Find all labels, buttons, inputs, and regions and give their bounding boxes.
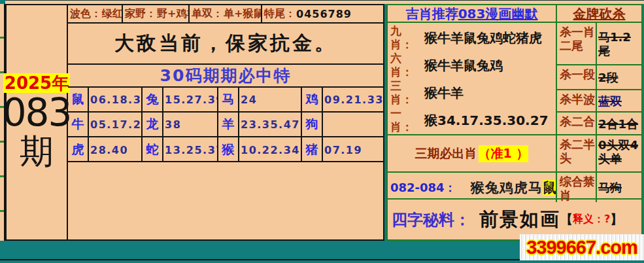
stat-value: 单+猴鼠 bbox=[224, 7, 262, 21]
kill-two-half-head-row: 杀二半头 0头双4头单 bbox=[557, 135, 641, 171]
bracket-close: 】 bbox=[610, 211, 622, 228]
stat-label: 单双： bbox=[192, 7, 223, 21]
zodiac-name: 鸡 bbox=[302, 88, 323, 113]
site-watermark: 3399667.com bbox=[520, 234, 644, 260]
gold-kill-header-link[interactable]: 金牌砍杀 bbox=[557, 5, 641, 23]
zodiac-numbers bbox=[323, 113, 383, 137]
secret-label: 四字秘料： bbox=[392, 209, 470, 230]
prediction-table-body: 波色： 绿红 家野： 野+鸡羊 单双： 单+猴鼠 特尾： 0456789 大敌当… bbox=[68, 5, 383, 239]
zodiac-numbers: 28.40 bbox=[89, 137, 143, 162]
kill-row: 杀一肖二尾 马1.2尾 bbox=[557, 23, 641, 65]
label-line: 肖： bbox=[390, 93, 415, 107]
issue-number: 083 bbox=[3, 93, 71, 132]
three-period-text: 三期必出肖 bbox=[415, 145, 477, 162]
zodiac-numbers: 23.35.47 bbox=[239, 113, 302, 137]
zodiac-picks-section: 九 肖： 六 肖： 三 肖： 一 肖： 猴牛羊鼠兔鸡蛇猪虎 猴牛羊鼠兔鸡 猴牛羊… bbox=[388, 23, 641, 135]
zodiac-numbers: 06.18.30 bbox=[89, 88, 143, 113]
kill-row: 杀一段 2段 bbox=[557, 65, 641, 90]
zodiac-name: 猪 bbox=[302, 137, 323, 162]
stat-value: 0456789 bbox=[296, 8, 352, 20]
kill-value: 2合1合 bbox=[597, 113, 641, 135]
label-line: 肖： bbox=[390, 38, 415, 52]
site-url-text: 3399667.com bbox=[526, 237, 637, 258]
zodiac-name: 蛇 bbox=[143, 137, 163, 162]
accuracy-note: （准1 ） bbox=[479, 145, 529, 162]
zodiac-numbers: 05.17.29 bbox=[89, 113, 143, 137]
kill-row: 杀半波 蓝双 bbox=[557, 90, 641, 113]
kill-value: 0头双4头单 bbox=[597, 135, 641, 171]
period-range-value: 猴兔鸡虎马鼠 bbox=[471, 179, 557, 197]
slogan-text: 大敌当前，保家抗金。 bbox=[68, 24, 383, 65]
kill-row: 杀二合 2合1合 bbox=[557, 113, 641, 135]
zodiac-picks: 九 肖： 六 肖： 三 肖： 一 肖： 猴牛羊鼠兔鸡蛇猪虎 猴牛羊鼠兔鸡 猴牛羊… bbox=[388, 23, 557, 135]
kill-value: 马1.2尾 bbox=[597, 23, 641, 64]
stat-special-tail: 特尾： 0456789 bbox=[262, 5, 383, 22]
zodiac-name: 龙 bbox=[143, 113, 163, 137]
range-animals: 猴兔鸡虎马 bbox=[471, 180, 543, 196]
stat-label: 特尾： bbox=[264, 7, 296, 21]
zodiac-pick-values: 猴牛羊鼠兔鸡蛇猪虎 猴牛羊鼠兔鸡 猴牛羊 猴34.17.35.30.27 bbox=[415, 24, 556, 134]
prediction-table: 2025年 083 期 波色： 绿红 家野： 野+鸡羊 单双： 单+猴鼠 bbox=[5, 4, 384, 241]
zodiac-numbers: 07.19 bbox=[323, 137, 383, 162]
comic-humor-link[interactable]: 083漫画幽默 bbox=[458, 5, 538, 23]
lucky-zodiac-header: 吉肖推荐 083漫画幽默 bbox=[388, 5, 557, 23]
highlighted-animal: 鼠 bbox=[543, 180, 557, 196]
zodiac-name: 羊 bbox=[218, 113, 239, 137]
zodiac-numbers: 10.22.34.46 bbox=[239, 137, 302, 162]
kill-label: 杀一段 bbox=[557, 65, 597, 89]
zodiac-numbers: 09.21.33.45 bbox=[323, 88, 383, 113]
stat-value: 绿红 bbox=[102, 7, 123, 21]
kill-value: 蓝双 bbox=[597, 90, 641, 111]
kill-label: 杀二合 bbox=[557, 113, 597, 135]
period-range-label: 082-084： bbox=[390, 180, 456, 196]
three-zodiac-value: 猴牛羊 bbox=[424, 84, 556, 102]
label-line: 一 bbox=[390, 107, 415, 120]
label-line: 三 bbox=[390, 79, 415, 93]
label-line: 肖： bbox=[390, 65, 415, 79]
zodiac-pick-labels: 九 肖： 六 肖： 三 肖： 一 肖： bbox=[390, 24, 415, 134]
recommendation-panel: 吉肖推荐 083漫画幽默 金牌砍杀 九 肖： 六 肖： 三 肖： 一 肖： 猴牛… bbox=[386, 4, 643, 241]
zodiac-name: 兔 bbox=[143, 88, 163, 113]
issue-word: 期 bbox=[20, 132, 54, 170]
zodiac-name: 虎 bbox=[68, 137, 89, 162]
issue-column: 2025年 083 期 bbox=[7, 5, 68, 239]
zodiac-name: 牛 bbox=[68, 113, 89, 137]
kill-label: 杀一肖二尾 bbox=[557, 23, 597, 64]
stat-wave-color: 波色： 绿红 bbox=[68, 5, 123, 22]
label-line: 肖： bbox=[390, 120, 415, 134]
kill-value: 2段 bbox=[597, 65, 641, 89]
six-zodiac-value: 猴牛羊鼠兔鸡 bbox=[424, 57, 556, 75]
zodiac-numbers: 13.25.37.49 bbox=[163, 137, 218, 162]
three-period-section: 三期必出肖 （准1 ） 杀二半头 0头双4头单 bbox=[388, 135, 641, 173]
secret-value: 前景如画 bbox=[479, 207, 560, 233]
header-text: 吉肖推荐 bbox=[406, 5, 458, 23]
stat-label: 波色： bbox=[70, 7, 101, 21]
zodiac-numbers-table: 鼠 06.18.30 兔 15.27.39 马 24 鸡 09.21.33.45… bbox=[68, 88, 383, 162]
zodiac-name: 鼠 bbox=[68, 88, 89, 113]
stats-row: 波色： 绿红 家野： 野+鸡羊 单双： 单+猴鼠 特尾： 0456789 bbox=[68, 5, 383, 24]
period-range-picks: 082-084： 猴兔鸡虎马鼠 bbox=[388, 173, 557, 202]
stat-home-wild: 家野： 野+鸡羊 bbox=[123, 5, 190, 22]
nine-zodiac-value: 猴牛羊鼠兔鸡蛇猪虎 bbox=[424, 29, 556, 47]
period-range-section: 082-084： 猴兔鸡虎马鼠 综合禁肖 马狗 bbox=[388, 173, 641, 200]
zodiac-name: 马 bbox=[218, 88, 239, 113]
gold-kill-list: 杀一肖二尾 马1.2尾 杀一段 2段 杀半波 蓝双 杀二合 2合1合 bbox=[557, 23, 641, 135]
kill-label: 杀半波 bbox=[557, 90, 597, 111]
banner-text: 30码期期必中特 bbox=[68, 65, 383, 88]
label-line: 六 bbox=[390, 52, 415, 65]
empty-area bbox=[68, 162, 383, 239]
lottery-prediction-page: 2025年 083 期 波色： 绿红 家野： 野+鸡羊 单双： 单+猴鼠 bbox=[0, 0, 644, 263]
zodiac-numbers: 24 bbox=[239, 88, 302, 113]
kill-label: 杀二半头 bbox=[557, 135, 597, 171]
zodiac-numbers: 38 bbox=[163, 113, 218, 137]
ban-value: 马狗 bbox=[597, 173, 641, 202]
ban-label: 综合禁肖 bbox=[557, 173, 597, 202]
bracket-open: 【 bbox=[560, 211, 573, 228]
zodiac-numbers: 15.27.39 bbox=[163, 88, 218, 113]
secret-note: 释义：? bbox=[573, 213, 610, 226]
comprehensive-ban-row: 综合禁肖 马狗 bbox=[557, 173, 641, 202]
four-word-secret-section: 四字秘料： 前景如画 【 释义：? 】 bbox=[388, 200, 641, 239]
label-line: 九 bbox=[390, 24, 415, 38]
stat-odd-even: 单双： 单+猴鼠 bbox=[190, 5, 262, 22]
stat-value: 野+鸡羊 bbox=[157, 7, 190, 21]
